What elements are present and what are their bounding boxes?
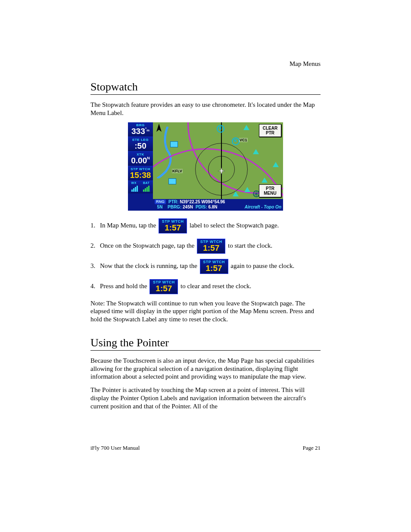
sb-stpwtch[interactable]: STP WTCH 15:38: [128, 166, 153, 181]
ptr-menu-button[interactable]: PTRMENU: [259, 184, 281, 197]
stopwatch-badge[interactable]: STP WTCH 1:57: [200, 259, 228, 274]
rng-badge: RNG: [155, 199, 166, 204]
north-arrow-icon: [155, 123, 163, 134]
sb-brg-value: 333°m: [128, 127, 153, 135]
sb-stpwtch-value: 15:38: [128, 171, 153, 179]
stopwatch-badge[interactable]: STP WTCH 1:57: [149, 279, 178, 294]
clear-ptr-button[interactable]: CLEARPTR: [259, 124, 281, 137]
device-screenshot: BRG 333°m ETE LEG :50 XTK 0.00N STP WT: [128, 122, 283, 211]
sb-eteleg[interactable]: ETE LEG :50: [128, 137, 153, 152]
battery-icon: [142, 185, 151, 192]
bat-label: BAT: [143, 181, 149, 184]
wx-label: WX: [131, 181, 137, 184]
page-footer: iFly 700 User Manual Page 21: [90, 445, 321, 451]
airport-label: KFLV: [172, 169, 183, 173]
wx-signal-icon: [130, 185, 140, 192]
section-title-stopwatch: Stopwatch: [90, 81, 321, 93]
note-paragraph: Note: The Stopwatch will continue to run…: [90, 299, 321, 324]
footer-left: iFly 700 User Manual: [90, 445, 140, 451]
sb-xtk-value: 0.00N: [128, 156, 153, 165]
stopwatch-badge[interactable]: STP WTCH 1:57: [159, 218, 187, 233]
sb-eteleg-value: :50: [128, 142, 153, 150]
page-header: Map Menus: [90, 60, 321, 68]
obstruction-icon: [217, 125, 224, 133]
stopwatch-badge[interactable]: STP WTCH 1:57: [197, 239, 225, 254]
step-1: 1. In Map Menu, tap the STP WTCH 1:57 la…: [90, 218, 321, 233]
pointer-para-2: The Pointer is activated by touching the…: [90, 386, 321, 410]
sb-status: WX BAT: [128, 181, 153, 193]
aircraft-icon: [218, 167, 225, 175]
step-3: 3. Now that the clock is running, tap th…: [90, 259, 321, 274]
topo-status: Aircraft - Topo On: [245, 205, 281, 210]
vor-label: VC1: [239, 138, 248, 142]
section-rule: [90, 350, 321, 351]
vor-icon: [232, 137, 240, 145]
device-sidebar: BRG 333°m ETE LEG :50 XTK 0.00N STP WT: [128, 122, 153, 211]
range-value: 5N: [155, 205, 165, 210]
course-line: [221, 122, 222, 199]
step-4: 4. Press and hold the STP WTCH 1:57 to c…: [90, 279, 321, 294]
moving-map[interactable]: VC1 KFLV DY CLEARPTR PTRMENU: [153, 122, 283, 199]
step-2: 2. Once on the Stopwatch page, tap the S…: [90, 239, 321, 254]
section-title-pointer: Using the Pointer: [90, 336, 321, 349]
footer-right: Page 21: [302, 445, 321, 451]
airport-icon: [170, 141, 178, 147]
intro-paragraph: The Stopwatch feature provides an easy t…: [90, 101, 321, 117]
pointer-para-1: Because the Touchscreen is also an input…: [90, 357, 321, 381]
section-rule: [90, 94, 321, 95]
airport-icon: [168, 178, 176, 184]
sb-brg[interactable]: BRG 333°m: [128, 122, 153, 137]
map-infobar: RNG PTR: N39°22.25 W094°54.96 5N PBRG: 2…: [153, 199, 283, 211]
sb-xtk[interactable]: XTK 0.00N: [128, 152, 153, 166]
